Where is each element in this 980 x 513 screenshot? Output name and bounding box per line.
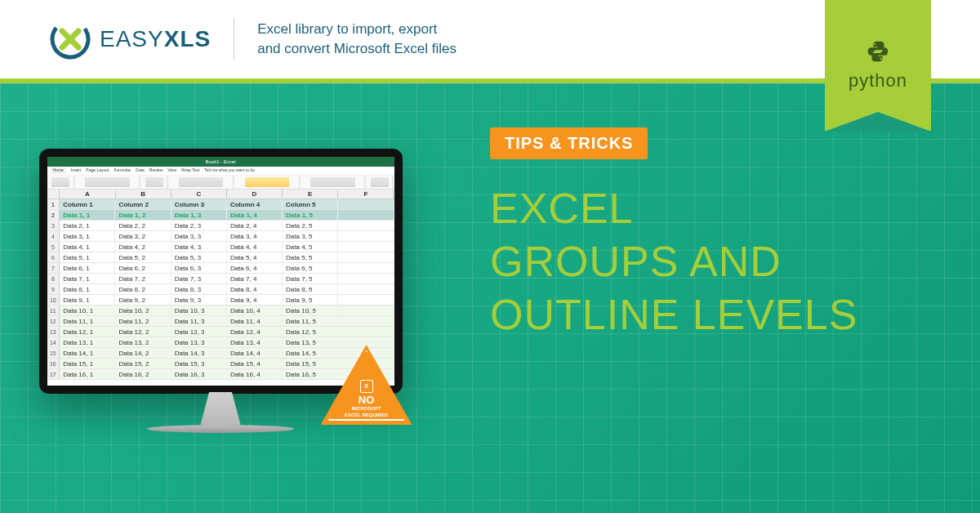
cell: Data 5, 2 xyxy=(115,252,171,262)
title-line1: EXCEL xyxy=(490,185,634,232)
cell: Data 9, 3 xyxy=(172,295,227,305)
title-line2: GROUPS AND xyxy=(490,238,782,285)
cell: Data 2, 5 xyxy=(283,221,338,230)
cell: Data 3, 3 xyxy=(172,231,227,241)
cell: Data 1, 5 xyxy=(283,210,338,220)
cell: Data 12, 2 xyxy=(115,327,171,337)
main-title: EXCEL GROUPS AND OUTLINE LEVELS xyxy=(490,182,947,341)
cell: Data 6, 4 xyxy=(227,263,283,273)
cell: Data 2, 1 xyxy=(60,221,115,230)
warning-no: NO xyxy=(359,395,375,405)
excel-tab: Formulas xyxy=(114,167,131,174)
header-divider xyxy=(234,18,234,60)
cell: Data 10, 5 xyxy=(283,306,338,315)
cell: Data 6, 3 xyxy=(172,263,227,273)
cell: Data 16, 3 xyxy=(172,369,227,379)
cell: Data 13, 3 xyxy=(172,337,227,347)
title-line3: OUTLINE LEVELS xyxy=(490,291,858,338)
cell: Data 4, 4 xyxy=(227,242,283,252)
tagline-line2: and convert Microsoft Excel files xyxy=(257,41,457,56)
logo-text: EASYXLS xyxy=(100,26,211,52)
content: Book1 - Excel HomeInsertPage LayoutFormu… xyxy=(0,78,980,513)
monitor-base xyxy=(147,425,294,433)
cell: Data 5, 3 xyxy=(172,252,227,262)
cell: Data 12, 3 xyxy=(172,327,227,337)
python-icon xyxy=(866,39,890,64)
cell: Data 11, 2 xyxy=(115,316,171,326)
monitor: Book1 - Excel HomeInsertPage LayoutFormu… xyxy=(39,149,403,459)
cell: Data 13, 2 xyxy=(115,337,171,347)
cell: Data 1, 2 xyxy=(115,210,171,220)
cell: Data 11, 4 xyxy=(227,316,283,326)
cell: Data 9, 5 xyxy=(283,295,338,305)
table-row: 2Data 1, 1Data 1, 2Data 1, 3Data 1, 4Dat… xyxy=(47,210,394,221)
cell: Data 5, 1 xyxy=(60,252,115,262)
cell: Data 12, 1 xyxy=(60,327,115,337)
cell: Column 1 xyxy=(60,199,115,209)
cell: Data 8, 5 xyxy=(283,284,338,294)
col-letter: B xyxy=(116,190,172,199)
logo-suffix: XLS xyxy=(164,26,211,51)
cell: Data 7, 1 xyxy=(60,274,115,283)
cell: Data 7, 4 xyxy=(227,274,283,283)
cell: Data 11, 1 xyxy=(60,316,115,326)
warning-badge: X NO MICROSOFT EXCEL REQUIRED xyxy=(321,345,412,425)
cell: Data 2, 2 xyxy=(115,221,171,230)
cell: Column 3 xyxy=(172,199,227,209)
cell: Data 5, 5 xyxy=(283,252,338,262)
cell: Data 9, 4 xyxy=(227,295,283,305)
svg-point-2 xyxy=(880,58,882,60)
cell: Data 3, 1 xyxy=(60,231,115,241)
cell: Data 8, 4 xyxy=(227,284,283,294)
cell: Data 8, 2 xyxy=(115,284,171,294)
warning-req: EXCEL REQUIRED xyxy=(345,413,388,418)
cell: Data 9, 2 xyxy=(115,295,171,305)
cell: Column 2 xyxy=(115,199,171,209)
excel-tab: Tell me what you want to do xyxy=(204,167,255,174)
cell: Data 4, 3 xyxy=(172,242,227,252)
cell: Data 12, 5 xyxy=(283,327,338,337)
table-row: 8Data 7, 1Data 7, 2Data 7, 3Data 7, 4Dat… xyxy=(47,274,394,284)
excel-tab: Insert xyxy=(71,167,82,174)
cell: Data 8, 3 xyxy=(172,284,227,294)
cell: Data 14, 3 xyxy=(172,348,227,358)
cell: Data 6, 5 xyxy=(283,263,338,273)
cell: Data 5, 4 xyxy=(227,252,283,262)
cell: Data 16, 2 xyxy=(115,369,171,379)
excel-tab: View xyxy=(167,167,176,174)
cell: Data 14, 4 xyxy=(227,348,283,358)
cell: Data 3, 5 xyxy=(283,231,338,241)
table-row: 12Data 11, 1Data 11, 2Data 11, 3Data 11,… xyxy=(47,316,394,327)
cell: Data 16, 4 xyxy=(227,369,283,379)
table-row: 11Data 10, 1Data 10, 2Data 10, 3Data 10,… xyxy=(47,306,394,316)
tips-badge: TIPS & TRICKS xyxy=(490,127,648,159)
cell: Data 2, 3 xyxy=(172,221,227,230)
cell: Data 2, 4 xyxy=(227,221,283,230)
table-row: 5Data 4, 1Data 4, 2Data 4, 3Data 4, 4Dat… xyxy=(47,242,394,252)
cell: Data 11, 5 xyxy=(283,316,338,326)
cell: Data 15, 2 xyxy=(115,359,171,368)
cell: Data 7, 5 xyxy=(283,274,338,283)
excel-ribbon: HomeInsertPage LayoutFormulasDataReviewV… xyxy=(47,167,394,190)
table-row: 10Data 9, 1Data 9, 2Data 9, 3Data 9, 4Da… xyxy=(47,295,394,306)
table-row: 1Column 1Column 2Column 3Column 4Column … xyxy=(47,199,394,210)
cell: Data 7, 3 xyxy=(172,274,227,283)
monitor-area: Book1 - Excel HomeInsertPage LayoutFormu… xyxy=(0,78,441,513)
col-letter: E xyxy=(283,190,338,199)
svg-point-1 xyxy=(874,43,875,45)
excel-x-icon: X xyxy=(360,380,373,393)
table-row: 6Data 5, 1Data 5, 2Data 5, 3Data 5, 4Dat… xyxy=(47,252,394,263)
table-row: 13Data 12, 1Data 12, 2Data 12, 3Data 12,… xyxy=(47,327,394,337)
ribbon-label: python xyxy=(849,70,907,91)
cell: Data 14, 1 xyxy=(60,348,115,358)
table-row: 4Data 3, 1Data 3, 2Data 3, 3Data 3, 4Dat… xyxy=(47,231,394,242)
excel-ribbon-body xyxy=(47,175,394,190)
cell: Column 5 xyxy=(283,199,338,209)
col-letter: D xyxy=(227,190,283,199)
excel-tab: Page Layout xyxy=(86,167,109,174)
excel-tab: Home xyxy=(51,167,66,174)
python-ribbon: python xyxy=(825,0,931,131)
excel-tabs: HomeInsertPage LayoutFormulasDataReviewV… xyxy=(47,167,394,175)
table-row: 7Data 6, 1Data 6, 2Data 6, 3Data 6, 4Dat… xyxy=(47,263,394,274)
cell: Data 1, 3 xyxy=(172,210,227,220)
